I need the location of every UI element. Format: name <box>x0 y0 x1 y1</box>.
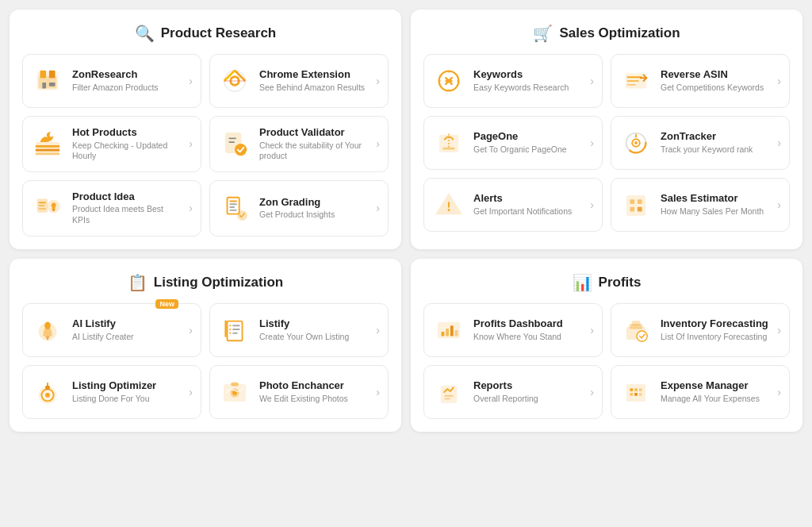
keywords-icon <box>432 64 465 98</box>
item-name-ai-listify: AI Listify <box>72 317 181 330</box>
arrow-icon-listing-optimizer: › <box>189 386 193 398</box>
section-icon-product-research: 🔍 <box>135 24 155 43</box>
svg-rect-16 <box>228 142 235 144</box>
item-product-idea[interactable]: Product Idea Product Idea meets Best KPI… <box>22 180 201 237</box>
svg-rect-45 <box>630 199 634 204</box>
svg-rect-48 <box>638 207 642 212</box>
item-reports[interactable]: Reports Overall Reporting › <box>423 365 603 419</box>
arrow-icon-pageone: › <box>590 137 594 149</box>
svg-point-60 <box>45 393 50 398</box>
item-chrome-extension[interactable]: Chrome Extension See Behind Amazon Resul… <box>209 54 389 108</box>
item-desc-expense-manager: Manage All Your Expenses <box>661 394 769 405</box>
item-desc-product-validator: Check the suitability of Your product <box>259 140 368 162</box>
svg-rect-77 <box>444 398 450 399</box>
svg-rect-69 <box>450 325 454 336</box>
item-zontracker[interactable]: ZonTracker Track your Keyword rank › <box>611 116 790 170</box>
section-icon-profits: 📊 <box>573 273 592 292</box>
svg-rect-19 <box>39 206 45 207</box>
item-listing-optimizer[interactable]: Listing Optimizer Listing Done For You › <box>22 365 201 419</box>
item-zon-grading[interactable]: Zon Grading Get Product Insights › <box>209 180 389 237</box>
item-text-hot-products: Hot Products Keep Checking - Updated Hou… <box>72 126 181 162</box>
item-name-reports: Reports <box>473 379 582 392</box>
item-alerts[interactable]: Alerts Get Important Notifications › <box>423 178 603 232</box>
svg-rect-51 <box>228 321 243 340</box>
item-photo-enchancer[interactable]: Photo Enchancer We Edit Existing Photos … <box>209 365 389 419</box>
items-grid-sales-optimization: Keywords Easy Keywords Research › Revers… <box>423 54 790 232</box>
item-text-expense-manager: Expense Manager Manage All Your Expenses <box>661 379 769 404</box>
item-product-validator[interactable]: Product Validator Check the suitability … <box>209 116 389 172</box>
item-desc-alerts: Get Important Notifications <box>473 206 582 217</box>
item-desc-product-idea: Product Idea meets Best KPIs <box>72 204 181 225</box>
svg-point-43 <box>448 209 450 211</box>
item-name-expense-manager: Expense Manager <box>661 379 769 392</box>
svg-rect-23 <box>228 198 239 214</box>
svg-rect-22 <box>52 210 56 211</box>
item-inventory-forecasting[interactable]: Inventory Forecasting List Of Inventory … <box>611 303 790 357</box>
items-grid-listing-optimization: New AI Listify AI Listify Creater › List… <box>22 303 389 419</box>
item-text-listing-optimizer: Listing Optimizer Listing Done For You <box>72 379 181 404</box>
item-name-reverse-asin: Reverse ASIN <box>661 68 769 81</box>
arrow-icon-sales-estimator: › <box>777 198 781 211</box>
svg-rect-25 <box>229 204 237 206</box>
svg-point-30 <box>446 79 451 83</box>
section-title-sales-optimization: 🛒Sales Optimization <box>423 24 790 43</box>
arrow-icon-zon-grading: › <box>376 202 380 214</box>
item-text-inventory-forecasting: Inventory Forecasting List Of Inventory … <box>661 317 769 342</box>
item-text-keywords: Keywords Easy Keywords Research <box>473 68 582 93</box>
arrow-icon-zontracker: › <box>777 137 781 149</box>
shop-icon <box>31 64 64 98</box>
svg-point-50 <box>44 321 51 329</box>
section-sales-optimization: 🛒Sales Optimization Keywords Easy Keywor… <box>411 10 802 249</box>
svg-rect-41 <box>635 134 637 138</box>
svg-rect-26 <box>229 206 235 208</box>
section-icon-listing-optimization: 📋 <box>128 273 147 292</box>
item-text-zon-grading: Zon Grading Get Product Insights <box>259 196 368 221</box>
item-name-zon-grading: Zon Grading <box>259 196 368 209</box>
item-profits-dashboard[interactable]: Profits Dashboard Know Where You Stand › <box>423 303 603 357</box>
item-text-listify: Listify Create Your Own Listing <box>259 317 368 342</box>
reverse-icon <box>619 64 653 98</box>
arrow-icon-chrome-extension: › <box>376 75 380 87</box>
arrow-icon-product-validator: › <box>376 137 380 150</box>
svg-rect-42 <box>448 202 450 208</box>
item-text-pageone: PageOne Get To Organic PageOne <box>473 130 582 155</box>
main-grid: 🔍Product Research ZonResearch Filter Ama… <box>10 10 802 432</box>
item-pageone[interactable]: PageOne Get To Organic PageOne › <box>423 116 603 170</box>
arrow-icon-ai-listify: › <box>189 324 193 337</box>
item-text-zontracker: ZonTracker Track your Keyword rank <box>661 130 769 155</box>
arrow-icon-hot-products: › <box>189 137 193 150</box>
item-reverse-asin[interactable]: Reverse ASIN Get Competitions Keywords › <box>611 54 790 108</box>
item-desc-listify: Create Your Own Listing <box>259 332 368 343</box>
arrow-icon-listify: › <box>376 324 380 337</box>
item-keywords[interactable]: Keywords Easy Keywords Research › <box>423 54 603 108</box>
svg-rect-73 <box>632 321 640 325</box>
chrome-icon <box>218 64 251 98</box>
item-listify[interactable]: Listify Create Your Own Listing › <box>209 303 389 357</box>
item-desc-hot-products: Keep Checking - Updated Hourly <box>72 140 181 162</box>
svg-rect-34 <box>627 84 636 86</box>
svg-rect-70 <box>455 330 458 337</box>
item-expense-manager[interactable]: Expense Manager Manage All Your Expenses… <box>611 365 790 419</box>
item-ai-listify[interactable]: New AI Listify AI Listify Creater › <box>22 303 201 357</box>
svg-rect-55 <box>232 329 240 330</box>
svg-rect-47 <box>630 207 634 212</box>
item-sales-estimator[interactable]: Sales Estimator How Many Sales Per Month… <box>611 178 790 232</box>
svg-rect-44 <box>627 196 645 216</box>
item-desc-zonresearch: Filter Amazon Products <box>72 83 181 94</box>
item-name-chrome-extension: Chrome Extension <box>259 68 368 81</box>
reports-icon <box>432 375 465 409</box>
item-text-zonresearch: ZonResearch Filter Amazon Products <box>72 68 181 93</box>
svg-rect-32 <box>627 76 642 78</box>
item-zonresearch[interactable]: ZonResearch Filter Amazon Products › <box>22 54 201 108</box>
badge-ai-listify: New <box>155 299 178 309</box>
tracker-icon <box>619 126 653 160</box>
arrow-icon-reverse-asin: › <box>777 75 781 87</box>
svg-rect-3 <box>49 71 56 79</box>
svg-rect-4 <box>42 83 46 89</box>
item-text-chrome-extension: Chrome Extension See Behind Amazon Resul… <box>259 68 368 93</box>
item-hot-products[interactable]: Hot Products Keep Checking - Updated Hou… <box>22 116 201 172</box>
arrow-icon-profits-dashboard: › <box>590 324 594 337</box>
inventory-icon <box>619 314 653 347</box>
item-name-product-idea: Product Idea <box>72 190 181 203</box>
item-text-alerts: Alerts Get Important Notifications <box>473 192 582 217</box>
